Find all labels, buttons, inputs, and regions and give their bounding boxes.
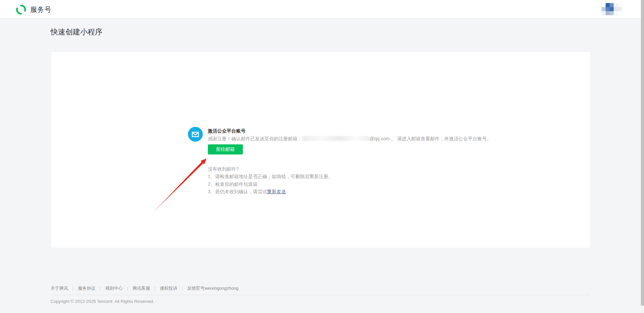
footer-separator: | bbox=[100, 286, 101, 291]
header: 服务号 bbox=[0, 0, 644, 19]
tip-check-spam: 2、检查你的邮件垃圾箱 bbox=[208, 180, 464, 188]
footer-links: 关于腾讯 | 服务协议 | 规则中心 | 腾讯客服 | 侵权投诉 | 反馈官号w… bbox=[51, 285, 238, 291]
user-avatar-blurred[interactable] bbox=[602, 3, 622, 15]
footer-link-tencent-support[interactable]: 腾讯客服 bbox=[132, 285, 150, 291]
wechat-service-logo-icon bbox=[15, 4, 27, 15]
footer-separator: | bbox=[154, 286, 155, 291]
mail-icon bbox=[188, 127, 203, 142]
redacted-email-local-part bbox=[302, 136, 369, 141]
activation-text-column: 激活公众平台账号 感谢注册！确认邮件已发送至你的注册邮箱：@qq.com 。 请… bbox=[208, 127, 464, 196]
activation-message: 感谢注册！确认邮件已发送至你的注册邮箱：@qq.com 。 请进入邮箱查看邮件，… bbox=[208, 136, 464, 142]
footer-separator: | bbox=[182, 286, 183, 291]
activation-message-suffix: 。 请进入邮箱查看邮件，并激活公众平台账号。 bbox=[390, 136, 491, 141]
scrollbar-thumb[interactable] bbox=[641, 0, 644, 306]
brand-label: 服务号 bbox=[30, 5, 52, 14]
activation-heading: 激活公众平台账号 bbox=[208, 128, 464, 134]
activation-message-prefix: 感谢注册！确认邮件已发送至你的注册邮箱： bbox=[208, 136, 302, 141]
page-root: 服务号 快速创建小程序 激活公众平台账号 感谢注册！确认邮件已发送至你的注册邮箱… bbox=[0, 0, 644, 313]
resend-email-link[interactable]: 重新发送 bbox=[267, 189, 286, 194]
footer-link-service-agreement[interactable]: 服务协议 bbox=[78, 285, 95, 291]
scrollbar-track[interactable] bbox=[641, 0, 644, 313]
footer-divider bbox=[51, 295, 590, 295]
tip-resend-row: 3、若仍未收到确认，请尝试重新发送 bbox=[208, 188, 464, 195]
tips-title: 没有收到邮件? bbox=[208, 165, 464, 173]
go-to-mailbox-button[interactable]: 前往邮箱 bbox=[208, 144, 243, 154]
tip-check-address: 1、请检查邮箱地址是否正确，如填错，可删除后重新注册。 bbox=[208, 173, 464, 180]
footer-link-feedback-account[interactable]: 反馈官号weixingongzhong bbox=[187, 285, 238, 291]
tip-resend-prefix: 3、若仍未收到确认，请尝试 bbox=[208, 189, 267, 194]
footer-separator: | bbox=[127, 286, 128, 291]
copyright-text: Copyright © 2012-2025 Tencent. All Right… bbox=[51, 299, 154, 304]
footer-link-infringement-complaint[interactable]: 侵权投诉 bbox=[160, 285, 178, 291]
page-title: 快速创建小程序 bbox=[51, 27, 102, 37]
footer-separator: | bbox=[72, 286, 73, 291]
header-brand[interactable]: 服务号 bbox=[15, 4, 52, 15]
tips-block: 没有收到邮件? 1、请检查邮箱地址是否正确，如填错，可删除后重新注册。 2、检查… bbox=[208, 165, 464, 196]
activation-section: 激活公众平台账号 感谢注册！确认邮件已发送至你的注册邮箱：@qq.com 。 请… bbox=[188, 127, 464, 196]
email-domain: @qq.com bbox=[369, 136, 390, 141]
footer-link-about-tencent[interactable]: 关于腾讯 bbox=[51, 285, 68, 291]
footer-link-rules-center[interactable]: 规则中心 bbox=[105, 285, 123, 291]
